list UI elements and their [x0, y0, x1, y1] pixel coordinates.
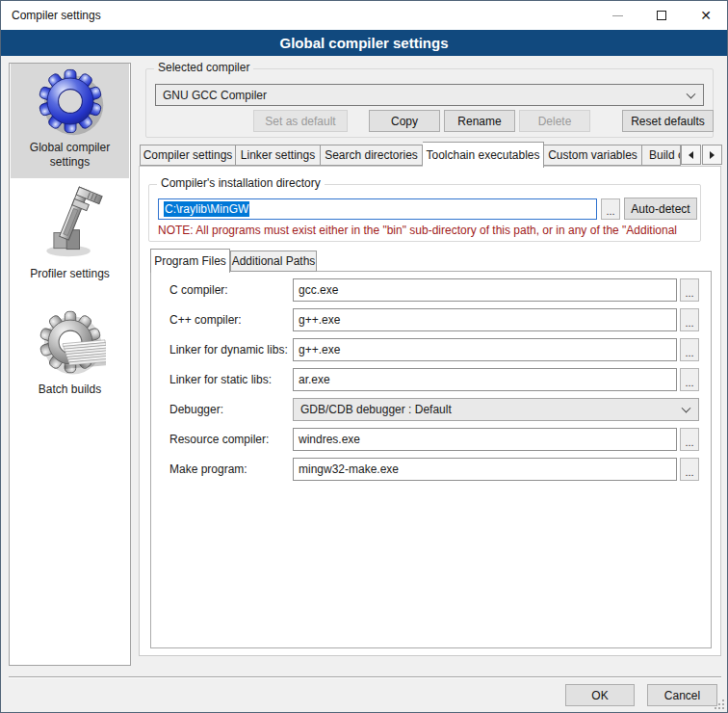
auto-detect-button[interactable]: Auto-detect — [624, 198, 697, 220]
minimize-icon — [612, 15, 623, 16]
reset-defaults-button[interactable]: Reset defaults — [622, 110, 714, 132]
tab-toolchain-executables[interactable]: Toolchain executables — [423, 142, 544, 168]
set-as-default-button[interactable]: Set as default — [253, 110, 348, 132]
gray-gear-stack-icon — [35, 306, 106, 381]
right-arrow-icon — [710, 151, 715, 159]
window-title: Compiler settings — [12, 1, 101, 30]
c-compiler-browse-button[interactable]: ... — [680, 278, 699, 302]
resource-compiler-browse-button[interactable]: ... — [680, 428, 699, 451]
installation-directory-input[interactable]: C:\raylib\MinGW — [158, 198, 597, 220]
field-label: Linker for dynamic libs: — [169, 338, 288, 360]
static-linker-input[interactable]: ar.exe — [293, 368, 677, 391]
close-button[interactable]: ✕ — [684, 1, 728, 30]
delete-button[interactable]: Delete — [519, 110, 590, 132]
cancel-button[interactable]: Cancel — [647, 684, 717, 706]
dialog-banner: Global compiler settings — [1, 30, 727, 56]
field-label: C compiler: — [169, 278, 228, 301]
debugger-select[interactable]: GDB/CDB debugger : Default — [293, 398, 699, 421]
tab-compiler-settings[interactable]: Compiler settings — [140, 145, 236, 166]
compiler-select[interactable]: GNU GCC Compiler — [155, 84, 704, 106]
tab-search-directories[interactable]: Search directories — [321, 145, 423, 166]
caliper-icon — [34, 185, 107, 265]
chevron-down-icon — [687, 89, 696, 98]
sidebar-item-profiler-settings[interactable]: Profiler settings — [11, 183, 129, 291]
dynamic-linker-browse-button[interactable]: ... — [680, 338, 699, 361]
installation-directory-value: C:\raylib\MinGW — [164, 201, 249, 217]
rename-button[interactable]: Rename — [444, 110, 515, 132]
sidebar-item-label: Global compiler settings — [11, 139, 129, 175]
sidebar-item-label: Batch builds — [35, 381, 105, 403]
make-program-browse-button[interactable]: ... — [680, 458, 699, 481]
field-label: C++ compiler: — [169, 308, 242, 330]
ok-button[interactable]: OK — [565, 684, 635, 706]
tab-scroll-right-button[interactable] — [702, 145, 722, 165]
tab-build-options[interactable]: Build options — [642, 145, 681, 166]
field-label: Resource compiler: — [169, 428, 269, 450]
left-arrow-icon — [689, 151, 693, 159]
subtab-additional-paths[interactable]: Additional Paths — [230, 251, 317, 272]
field-label: Linker for static libs: — [169, 368, 272, 390]
titlebar[interactable]: Compiler settings ✕ — [1, 1, 727, 30]
debugger-select-value: GDB/CDB debugger : Default — [300, 403, 452, 416]
maximize-icon — [657, 11, 666, 20]
sidebar-item-label: Profiler settings — [26, 265, 114, 287]
static-linker-browse-button[interactable]: ... — [680, 368, 699, 391]
chevron-down-icon — [682, 404, 691, 413]
bin-subdirectory-note: NOTE: All programs must exist either in … — [158, 224, 697, 237]
maximize-button[interactable] — [639, 1, 684, 30]
installation-directory-browse-button[interactable]: ... — [601, 198, 620, 220]
tab-scroll-left-button[interactable] — [681, 145, 701, 165]
field-label: Make program: — [169, 458, 247, 480]
resize-grip[interactable] — [713, 698, 724, 709]
field-label: Debugger: — [169, 398, 223, 420]
make-program-input[interactable]: mingw32-make.exe — [293, 458, 677, 481]
banner-title: Global compiler settings — [279, 35, 448, 51]
tab-linker-settings[interactable]: Linker settings — [236, 145, 321, 166]
sidebar-item-batch-builds[interactable]: Batch builds — [11, 299, 129, 412]
tab-custom-variables[interactable]: Custom variables — [544, 145, 642, 166]
settings-category-list: Global compiler settings — [9, 63, 131, 666]
subtab-program-files[interactable]: Program Files — [150, 249, 230, 273]
close-icon: ✕ — [700, 9, 712, 22]
resource-compiler-input[interactable]: windres.exe — [293, 428, 677, 451]
copy-button[interactable]: Copy — [369, 110, 440, 132]
c-compiler-input[interactable]: gcc.exe — [293, 278, 677, 302]
cpp-compiler-browse-button[interactable]: ... — [680, 308, 699, 331]
compiler-select-value: GNU GCC Compiler — [163, 89, 267, 102]
group-legend: Selected compiler — [154, 61, 253, 74]
group-legend: Compiler's installation directory — [157, 176, 325, 190]
cpp-compiler-input[interactable]: g++.exe — [293, 308, 677, 331]
minimize-button[interactable] — [595, 1, 639, 30]
sidebar-item-global-compiler-settings[interactable]: Global compiler settings — [11, 64, 129, 178]
footer-separator — [9, 676, 721, 678]
blue-gear-icon — [36, 66, 105, 139]
compiler-settings-dialog: Compiler settings ✕ Global compiler sett… — [0, 0, 728, 713]
dynamic-linker-input[interactable]: g++.exe — [293, 338, 677, 361]
